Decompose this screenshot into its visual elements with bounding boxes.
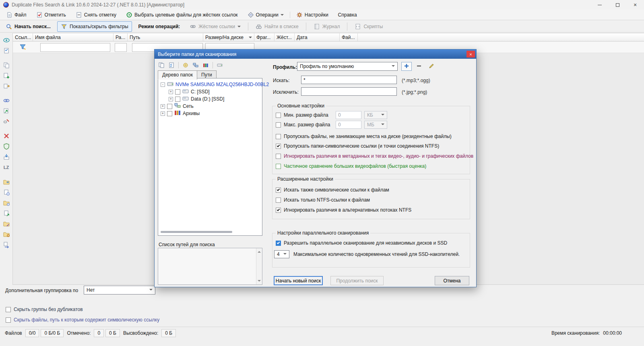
replace-with-link-icon[interactable] xyxy=(2,241,10,249)
import-list-icon[interactable] xyxy=(2,153,10,161)
hide-symlink-paths-option[interactable]: Скрыть файлы, путь к которым содержит си… xyxy=(6,317,159,323)
symlink-folder-icon[interactable] xyxy=(2,220,10,228)
ignore-metadata-checkbox[interactable] xyxy=(276,154,281,159)
skip-resident-option[interactable]: Пропускать файлы, не занимающие места на… xyxy=(276,132,452,140)
copy-add-icon[interactable] xyxy=(2,72,10,80)
recycle-shield-icon[interactable] xyxy=(2,142,10,150)
column-header-hard[interactable]: Жёст... xyxy=(275,33,295,41)
partial-compare-option[interactable]: Частичное сравнение больших видеофайлов … xyxy=(276,162,426,170)
dialog-titlebar[interactable]: Выберите папки для сканирования × xyxy=(155,49,476,59)
max-size-checkbox[interactable] xyxy=(276,122,281,128)
tab-folder-tree[interactable]: Дерево папок xyxy=(158,70,197,80)
menu-mark[interactable]: Отметить xyxy=(33,10,70,19)
vertical-scrollbar[interactable] xyxy=(256,248,262,284)
only-ntfs-links-checkbox[interactable] xyxy=(276,198,281,203)
move-files-icon[interactable] xyxy=(2,82,10,90)
extra-grouping-select[interactable]: Нет xyxy=(84,286,155,295)
skip-symlink-dirs-option[interactable]: Пропускать папки-символические ссылки (и… xyxy=(276,142,439,150)
hardlink-file-icon[interactable] xyxy=(2,188,10,196)
maximize-button[interactable] xyxy=(609,0,626,10)
refresh-drives-icon[interactable] xyxy=(182,61,190,69)
hide-groups-checkbox[interactable] xyxy=(6,307,11,312)
hide-groups-option[interactable]: Скрыть группы без дубликатов xyxy=(6,307,83,312)
expand-icon[interactable]: + xyxy=(169,90,173,94)
junction-folder-icon[interactable] xyxy=(2,230,10,238)
column-header-date[interactable]: Дата xyxy=(295,33,340,41)
start-search-button[interactable]: Начать поиск... xyxy=(2,22,54,31)
column-header-ra[interactable]: Ра... xyxy=(114,33,128,41)
tree-item-drive-c[interactable]: + C: [SSD] xyxy=(158,88,262,95)
column-header-path[interactable]: Путь xyxy=(128,33,203,41)
folder-export-icon[interactable] xyxy=(2,178,10,186)
ignore-ads-option[interactable]: Игнорировать различия в альтернативных п… xyxy=(276,206,411,214)
menu-select-target-files[interactable]: Выбрать целевые файлы для жёстких ссылок xyxy=(122,10,242,19)
max-reads-select[interactable]: 4 xyxy=(274,250,289,258)
delete-files-icon[interactable] xyxy=(2,132,10,140)
allow-parallel-option[interactable]: Разрешить параллельное сканирование для … xyxy=(276,239,447,247)
filter-ra-input[interactable] xyxy=(115,43,127,52)
network-checkbox[interactable] xyxy=(167,104,172,109)
add-archive-icon[interactable] xyxy=(202,61,210,69)
skip-symlink-dirs-checkbox[interactable] xyxy=(276,144,281,149)
paths-listbox[interactable] xyxy=(158,248,262,285)
collapse-icon[interactable]: - xyxy=(161,82,165,87)
create-symlink-icon[interactable] xyxy=(2,107,10,115)
check-all-folders-icon[interactable] xyxy=(167,61,175,69)
profile-select[interactable]: Профиль по умолчанию xyxy=(297,62,398,71)
hide-symlink-paths-checkbox[interactable] xyxy=(6,317,11,323)
menu-help[interactable]: Справка xyxy=(334,11,361,19)
menu-file[interactable]: Файл xyxy=(2,10,30,19)
column-header-filename[interactable]: Имя файла xyxy=(33,33,114,41)
expand-icon[interactable]: + xyxy=(169,97,173,101)
toggle-filters-button[interactable]: Показать/скрыть фильтры xyxy=(57,21,132,32)
ignore-metadata-option[interactable]: Игнорировать различия в метаданных и тег… xyxy=(276,152,473,160)
column-header-frag[interactable]: Фраг... xyxy=(254,33,275,41)
drive-d-checkbox[interactable] xyxy=(175,97,180,102)
network-scan-icon[interactable] xyxy=(192,61,200,69)
search-symlinks-option[interactable]: Искать также символические ссылки к файл… xyxy=(276,186,389,194)
column-header-file[interactable]: Фай... xyxy=(340,33,358,41)
break-link-icon[interactable] xyxy=(2,117,10,126)
menu-settings[interactable]: Настройки xyxy=(293,10,332,19)
remove-profile-button[interactable] xyxy=(414,62,424,71)
drive-c-checkbox[interactable] xyxy=(175,89,180,95)
minimize-button[interactable] xyxy=(591,0,609,10)
filter-filename-input[interactable] xyxy=(40,43,110,52)
close-button[interactable]: × xyxy=(626,0,644,10)
search-symlinks-checkbox[interactable] xyxy=(276,187,281,193)
dialog-close-button[interactable]: × xyxy=(466,51,475,58)
lz-compress-label[interactable]: LZ xyxy=(2,163,10,171)
hardlink-folder-icon[interactable] xyxy=(2,199,10,207)
create-hardlink-icon[interactable] xyxy=(2,97,10,105)
drive-properties-icon[interactable] xyxy=(216,61,224,69)
tree-item-network[interactable]: + Сеть xyxy=(158,103,262,110)
cancel-button[interactable]: Отмена xyxy=(435,276,469,285)
tree-item-archives[interactable]: + Архивы xyxy=(158,110,262,117)
menu-unmark[interactable]: Снять отметку xyxy=(72,10,120,19)
expand-icon[interactable]: + xyxy=(161,111,165,116)
column-header-size[interactable]: Размер/На диске xyxy=(203,33,254,41)
copy-paths-icon[interactable] xyxy=(157,61,165,69)
tree-item-device[interactable]: - NVMe SAMSUNG MZALQ256HBJD-00BL2 xyxy=(158,81,262,88)
copy-files-icon[interactable] xyxy=(2,61,10,69)
start-new-search-button[interactable]: Начать новый поиск xyxy=(274,276,323,285)
add-profile-button[interactable] xyxy=(401,62,412,71)
menu-operations[interactable]: Операции xyxy=(244,10,287,19)
search-mask-input[interactable] xyxy=(301,76,397,84)
preview-eye-icon[interactable] xyxy=(2,36,10,44)
pin-list-icon[interactable] xyxy=(2,47,10,55)
partial-compare-checkbox[interactable] xyxy=(276,164,281,169)
min-size-checkbox[interactable] xyxy=(276,113,281,118)
archives-checkbox[interactable] xyxy=(167,111,172,116)
horizontal-scrollbar-thumb[interactable] xyxy=(161,231,232,233)
ignore-ads-checkbox[interactable] xyxy=(276,208,281,213)
allow-parallel-checkbox[interactable] xyxy=(276,241,281,246)
only-ntfs-links-option[interactable]: Искать только NTFS-ссылки к файлам xyxy=(276,196,370,204)
column-header-links[interactable]: Ссыл... xyxy=(13,33,33,41)
expand-icon[interactable]: + xyxy=(161,104,165,109)
symlink-file-icon[interactable] xyxy=(2,209,10,217)
skip-resident-checkbox[interactable] xyxy=(276,134,281,139)
exclude-mask-input[interactable] xyxy=(301,87,397,96)
edit-profile-button[interactable] xyxy=(426,62,437,71)
tree-item-drive-d[interactable]: + Data (D:) [SSD] xyxy=(158,95,262,103)
